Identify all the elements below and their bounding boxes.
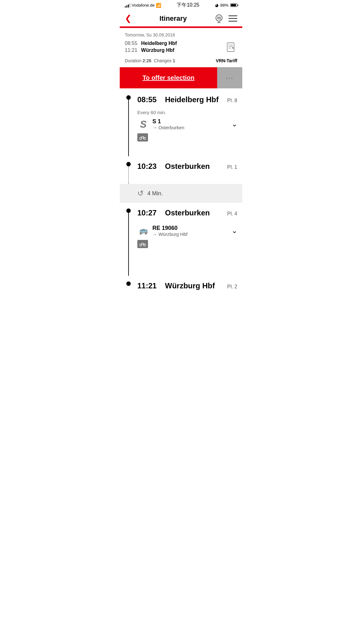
stop-3-time: 10:27 [137, 208, 165, 217]
battery-percent: 88% [220, 3, 228, 8]
s1-line-number: S 1 [152, 118, 184, 125]
segment-freq: Every 60 min. [137, 110, 237, 115]
expand-re-button[interactable]: ⌄ [232, 227, 237, 235]
segment-s1: Every 60 min. S S 1 → Osterburken ⌄ [137, 110, 237, 142]
transfer-duration: 4 Min. [147, 190, 163, 197]
status-time: 下午10:25 [177, 2, 199, 8]
svg-rect-9 [228, 21, 237, 22]
tariff-label: VRN-Tariff [216, 58, 237, 63]
page-title: Itinerary [160, 14, 187, 23]
stop-1-time: 08:55 [137, 95, 165, 104]
expand-s1-button[interactable]: ⌄ [232, 120, 237, 128]
svg-rect-7 [228, 15, 237, 16]
stop-4-content: 11:21 Würzburg Hbf Pl. 2 [137, 281, 237, 290]
stop-wuerzburg: 11:21 Würzburg Hbf Pl. 2 [120, 276, 242, 290]
stop-4-platform: Pl. 2 [227, 284, 237, 290]
timeline-star-icon[interactable] [215, 14, 223, 23]
more-options-button[interactable]: ··· [217, 67, 242, 88]
re-direction: → Würzburg Hbf [152, 231, 188, 237]
stop-4-name: Würzburg Hbf [165, 281, 215, 290]
stop-3-content: 10:27 Osterburken Pl. 4 🚌 RE 19060 → Wür… [137, 208, 237, 276]
summary-arrival-station: Würzburg Hbf [141, 47, 174, 53]
offer-selection-button[interactable]: To offer selection [120, 67, 217, 88]
stop-osterburken-departure: 10:27 Osterburken Pl. 4 🚌 RE 19060 → Wür… [120, 203, 242, 276]
offer-section: To offer selection ··· [120, 67, 242, 88]
stop-1-title-row: 08:55 Heidelberg Hbf Pl. 8 [137, 95, 237, 104]
timeline-col-2 [125, 162, 132, 184]
carrier-signal: Vodafone.de 📶 [125, 3, 161, 8]
battery-icon [230, 3, 237, 7]
s1-direction: → Osterburken [152, 125, 184, 130]
stop-dot-3 [126, 208, 131, 213]
summary-section: Tomorrow, Su 30.09.2018 08:55 Heidelberg… [120, 28, 242, 67]
summary-arrival-time: 11:21 [125, 47, 137, 53]
stop-1-name: Heidelberg Hbf [165, 95, 219, 104]
transfer-section: ↺ 4 Min. [120, 184, 242, 203]
stop-3-platform: Pl. 4 [227, 211, 237, 217]
journey-date: Tomorrow, Su 30.09.2018 [125, 32, 237, 37]
stop-1-platform: Pl. 8 [227, 98, 237, 103]
s-bahn-icon: S [137, 119, 149, 130]
transfer-icon: ↺ [137, 189, 144, 198]
stop-2-time: 10:23 [137, 162, 165, 171]
itinerary-detail: 08:55 Heidelberg Hbf Pl. 8 Every 60 min.… [120, 88, 242, 298]
segment-s1-info: S 1 → Osterburken [152, 118, 184, 130]
timeline-line-2 [128, 166, 129, 184]
stop-dot-1 [126, 95, 131, 100]
stop-4-title-row: 11:21 Würzburg Hbf Pl. 2 [137, 281, 237, 290]
summary-meta: Duration 2:26 Changes 1 VRN-Tariff [125, 55, 237, 67]
segment-s1-line: S S 1 → Osterburken ⌄ [137, 118, 237, 130]
nav-bar: ❮ Itinerary [120, 10, 242, 26]
carrier-name: Vodafone.de [132, 3, 155, 8]
menu-icon[interactable] [228, 14, 237, 23]
status-bar: Vodafone.de 📶 下午10:25 ◕ 88% [120, 0, 242, 10]
timeline-col-1 [125, 95, 132, 156]
summary-departure-station: Heidelberg Hbf [141, 41, 177, 46]
back-button[interactable]: ❮ [125, 14, 132, 23]
summary-duration-label: Duration 2:26 Changes 1 [125, 58, 175, 63]
summary-times: 08:55 Heidelberg Hbf 11:21 Würzburg Hbf [125, 41, 222, 54]
stop-4-time: 11:21 [137, 281, 165, 290]
wifi-icon: 📶 [156, 3, 161, 8]
re-line-number: RE 19060 [152, 225, 188, 231]
bike-icon-re [137, 240, 148, 248]
status-right: ◕ 88% [215, 3, 237, 8]
segment-re: 🚌 RE 19060 → Würzburg Hbf ⌄ [137, 225, 237, 248]
svg-rect-8 [228, 18, 237, 19]
lock-icon: ◕ [215, 3, 218, 8]
stop-1-content: 08:55 Heidelberg Hbf Pl. 8 Every 60 min.… [137, 95, 237, 156]
stop-3-name: Osterburken [165, 208, 210, 217]
nav-actions [215, 14, 237, 23]
stop-osterburken-arrival: 10:23 Osterburken Pl. 1 [120, 156, 242, 184]
stop-2-platform: Pl. 1 [227, 164, 237, 170]
segment-re-info: RE 19060 → Würzburg Hbf [152, 225, 188, 237]
stop-2-name: Osterburken [165, 162, 210, 171]
summary-departure-time: 08:55 [125, 41, 137, 46]
timeline-col-4 [125, 281, 132, 290]
stop-3-title-row: 10:27 Osterburken Pl. 4 [137, 208, 237, 217]
signal-icon [125, 3, 130, 8]
stop-heidelberg: 08:55 Heidelberg Hbf Pl. 8 Every 60 min.… [120, 88, 242, 156]
segment-re-line: 🚌 RE 19060 → Würzburg Hbf ⌄ [137, 225, 237, 237]
add-to-favorites-icon[interactable] [226, 42, 237, 54]
stop-dot-2 [126, 162, 131, 166]
svg-marker-6 [219, 18, 222, 20]
stop-2-title-row: 10:23 Osterburken Pl. 1 [137, 162, 237, 171]
timeline-line-3 [128, 213, 129, 276]
stop-dot-4 [126, 281, 131, 286]
timeline-line-1 [128, 100, 129, 156]
timeline-col-3 [125, 208, 132, 276]
stop-2-content: 10:23 Osterburken Pl. 1 [137, 162, 237, 184]
bike-icon-s1 [137, 133, 148, 142]
train-icon: 🚌 [137, 227, 149, 235]
